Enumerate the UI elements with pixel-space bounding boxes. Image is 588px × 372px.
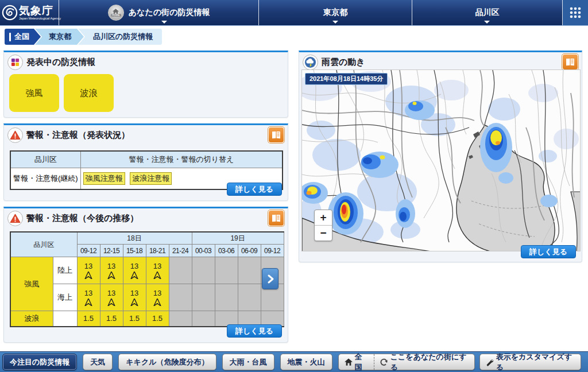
panel-warning-forecast: 警報・注意報（今後の推移） 品川区 18日 19日	[3, 207, 288, 343]
time-slot: 12-15	[100, 245, 123, 257]
tile-label: 波浪	[80, 88, 98, 99]
wave-cell: 1.5	[100, 311, 123, 327]
tab-city[interactable]: 品川区	[412, 0, 563, 25]
row-label-waves: 波浪	[10, 311, 53, 327]
badge-wave-advisory[interactable]: 波浪注意報	[130, 172, 172, 185]
zoom-out-button[interactable]: −	[315, 225, 332, 241]
sub-label-land: 陸上	[53, 257, 77, 284]
nav-kikikuru[interactable]: キキクル（危険度分布）	[118, 354, 216, 370]
help-book-button[interactable]	[268, 127, 284, 143]
see-details-button[interactable]: 詳しく見る	[521, 245, 576, 258]
divider	[374, 354, 374, 370]
warning-icon	[7, 127, 23, 143]
chevron-down-icon	[332, 21, 338, 24]
wave-cell: 1.5	[77, 311, 100, 327]
wind-cell: 13	[100, 257, 123, 284]
empty-cell	[169, 284, 192, 311]
badge-strong-wind-advisory[interactable]: 強風注意報	[83, 172, 125, 185]
panel-title: 警報・注意報（今後の推移）	[26, 213, 138, 224]
scroll-right-button[interactable]	[262, 268, 278, 289]
time-slot: 15-18	[123, 245, 146, 257]
agency-name: 気象庁	[19, 5, 61, 16]
wind-cell: 13	[146, 284, 169, 311]
jma-swirl-icon	[2, 5, 18, 21]
warning-icon	[7, 211, 23, 226]
customize-display-button[interactable]: 表示をカスタマイズする	[479, 354, 581, 370]
status-row-label: 警報・注意報(継続)	[10, 168, 80, 190]
tile-label: 強風	[26, 88, 43, 99]
wind-direction-north-icon	[130, 272, 138, 279]
home-badge: HOME	[111, 14, 121, 17]
set-as-your-town-button[interactable]: ここをあなたの街にする	[390, 352, 469, 372]
nav-weather[interactable]: 天気	[83, 354, 113, 370]
wind-direction-north-icon	[130, 299, 138, 306]
sub-label-empty	[53, 311, 77, 327]
see-details-button[interactable]: 詳しく見る	[227, 324, 282, 338]
agency-name-en: Japan Meteorological Agency	[19, 17, 61, 21]
wave-cell: 1.5	[123, 311, 146, 327]
zoom-in-button[interactable]: +	[315, 210, 332, 225]
advisory-tile-strong-wind[interactable]: 強風	[9, 74, 59, 112]
wind-direction-north-icon	[107, 299, 115, 306]
day-header-18: 18日	[77, 232, 192, 245]
apps-grid-button[interactable]	[563, 0, 588, 25]
empty-cell	[169, 311, 192, 327]
day-header-19: 19日	[192, 232, 284, 245]
clipped-column-header: 風	[284, 232, 284, 257]
breadcrumb-prefecture-label: 東京都	[49, 32, 71, 42]
jma-logo[interactable]: 気象庁 Japan Meteorological Agency	[0, 0, 59, 25]
panel-warning-status: 警報・注意報（発表状況） 品川区 警報・注意報・警報の切り替え 警報・注意報(継…	[3, 123, 288, 201]
tab-prefecture[interactable]: 東京都	[259, 0, 412, 25]
sub-label-sea: 海上	[53, 284, 77, 311]
national-button[interactable]: 全国	[355, 352, 369, 372]
wind-cell: 13	[123, 257, 146, 284]
area-column-header: 品川区	[10, 151, 80, 168]
wind-cell: 13	[123, 284, 146, 311]
wind-cell: 13	[77, 257, 100, 284]
clipped-cell	[284, 284, 284, 311]
radar-timestamp: 2021年08月18日14時35分	[305, 73, 388, 85]
tab-your-town-label: あなたの街の防災情報	[129, 7, 210, 18]
tab-your-town-info[interactable]: HOME あなたの街の防災情報	[59, 0, 259, 25]
panel-rain-radar: 雨雲の動き	[299, 51, 582, 262]
nav-earthquake-volcano[interactable]: 地震・火山	[280, 354, 332, 370]
clipped-cell	[284, 311, 284, 327]
switch-column-header: 警報・注意報・警報の切り替え	[80, 151, 283, 168]
nav-featured-disaster-info[interactable]: 今注目の防災情報	[2, 354, 77, 370]
national-and-set-home-button: 全国 ここをあなたの街にする	[338, 354, 475, 370]
empty-cell	[192, 311, 215, 327]
help-book-button[interactable]	[562, 54, 578, 70]
row-label-strong-wind: 強風	[10, 257, 53, 311]
bottom-navigation-bar: 今注目の防災情報 天気 キキクル（危険度分布） 大雨・台風 地震・火山 全国 こ…	[0, 351, 588, 372]
wind-direction-north-icon	[84, 272, 92, 279]
wrench-icon	[486, 358, 494, 366]
panel-title: 発表中の防災情報	[26, 57, 95, 68]
breadcrumb-prefecture[interactable]: 東京都	[35, 29, 84, 45]
rain-radar-map[interactable]: 2021年08月18日14時35分 + −	[301, 69, 581, 251]
breadcrumb-current-label: 品川区の防災情報	[93, 32, 153, 42]
tab-city-label: 品川区	[475, 7, 499, 18]
radar-map-graphic	[302, 70, 581, 251]
breadcrumb-marker	[9, 33, 11, 41]
wind-direction-north-icon	[84, 299, 92, 306]
wind-cell: 13	[146, 257, 169, 284]
breadcrumb-national[interactable]: 全国	[5, 29, 41, 45]
time-slot: 06-09	[238, 245, 261, 257]
category-grid-icon	[7, 55, 23, 70]
panel-active-disaster-info: 発表中の防災情報 強風 波浪	[3, 51, 288, 118]
panel-title: 雨雲の動き	[322, 57, 365, 68]
help-book-button[interactable]	[268, 210, 284, 226]
rain-cloud-icon	[303, 55, 318, 70]
wind-direction-north-icon	[153, 272, 161, 279]
wind-cell: 13	[77, 284, 100, 311]
breadcrumb-current-page: 品川区の防災情報	[78, 29, 162, 45]
grid-dots-icon	[568, 6, 582, 20]
see-details-button[interactable]: 詳しく見る	[227, 183, 282, 196]
time-slot: 03-06	[215, 245, 238, 257]
empty-cell	[169, 257, 192, 284]
advisory-tile-waves[interactable]: 波浪	[64, 74, 114, 112]
nav-heavy-rain-typhoon[interactable]: 大雨・台風	[222, 354, 274, 370]
book-icon	[565, 58, 575, 66]
empty-cell	[192, 284, 215, 311]
time-slot: 18-21	[146, 245, 169, 257]
